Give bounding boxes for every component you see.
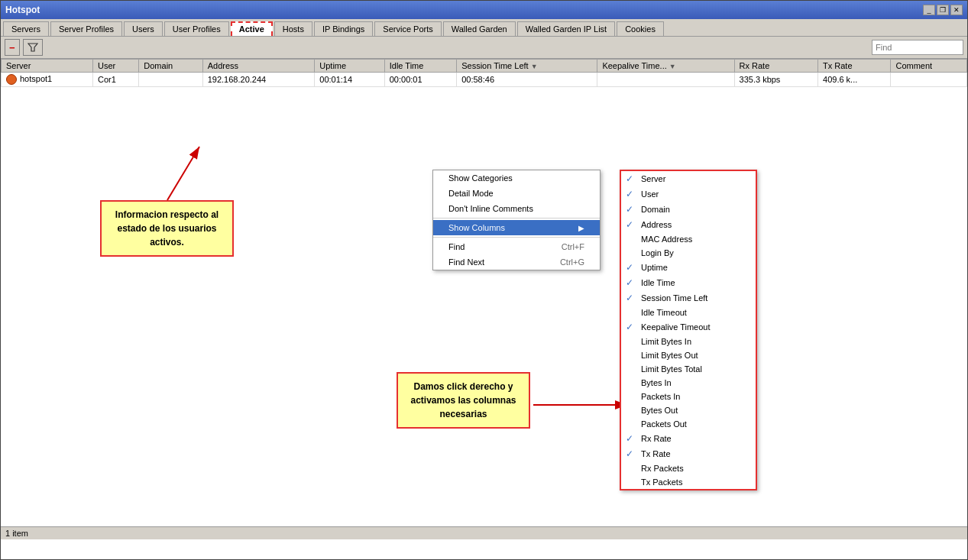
col-label-rx-packets: Rx Packets [641,464,684,473]
col-item-rx-packets[interactable]: Rx Packets [621,461,756,475]
tab-service-ports[interactable]: Service Ports [374,21,441,36]
col-item-bytes-in[interactable]: Bytes In [621,376,756,390]
col-item-packets-out[interactable]: Packets Out [621,417,756,431]
ctx-item-show-categories[interactable]: Show Categories [433,170,600,186]
ctx-shortcut: Ctrl+G [560,257,584,267]
col-header-rx-rate[interactable]: Rx Rate [734,60,817,73]
col-header-tx-rate[interactable]: Tx Rate [818,60,891,73]
data-table: ServerUserDomainAddressUptimeIdle TimeSe… [1,59,967,87]
col-label-user: User [641,189,659,199]
col-label-uptime: Uptime [641,263,668,272]
col-check-idle-time: ✓ [626,277,636,288]
tab-user-profiles[interactable]: User Profiles [164,21,229,36]
remove-button[interactable]: − [5,39,20,56]
annotation-box-2: Damos click derecho y activamos las colu… [397,372,530,429]
col-item-mac-address[interactable]: MAC Address [621,232,756,246]
ctx-label: Find Next [448,257,484,267]
cell-5: 00:00:01 [384,73,456,87]
ctx-item-find-next[interactable]: Find NextCtrl+G [433,254,600,270]
ctx-item-dont-inline[interactable]: Don't Inline Comments [433,201,600,216]
ctx-item-show-columns[interactable]: Show Columns▶ [433,220,600,235]
col-header-user[interactable]: User [92,60,138,73]
filter-button[interactable] [23,39,43,56]
col-item-session-time-left[interactable]: ✓Session Time Left [621,290,756,306]
close-button[interactable]: ✕ [950,5,963,15]
col-label-bytes-in: Bytes In [641,378,672,387]
col-label-packets-in: Packets In [641,392,680,401]
col-item-limit-bytes-total[interactable]: Limit Bytes Total [621,362,756,376]
col-label-domain: Domain [641,205,670,214]
cell-8: 335.3 kbps [734,73,817,87]
col-header-address[interactable]: Address [202,60,315,73]
cell-1: Cor1 [92,73,138,87]
col-item-rx-rate[interactable]: ✓Rx Rate [621,431,756,446]
col-item-login-by[interactable]: Login By [621,246,756,260]
tab-servers[interactable]: Servers [3,21,49,36]
tab-hosts[interactable]: Hosts [274,21,312,36]
ctx-item-find[interactable]: FindCtrl+F [433,239,600,254]
main-area: ServerUserDomainAddressUptimeIdle TimeSe… [1,59,967,539]
col-label-bytes-out: Bytes Out [641,406,678,415]
tab-walled-garden-ip[interactable]: Walled Garden IP List [517,21,615,36]
tab-cookies[interactable]: Cookies [617,21,664,36]
col-label-rx-rate: Rx Rate [641,434,672,443]
col-header-domain[interactable]: Domain [139,60,202,73]
col-item-keepalive-timeout[interactable]: ✓Keepalive Timeout [621,319,756,335]
col-item-tx-packets[interactable]: Tx Packets [621,475,756,489]
tab-ip-bindings[interactable]: IP Bindings [314,21,373,36]
col-item-tx-rate[interactable]: ✓Tx Rate [621,446,756,461]
tab-users[interactable]: Users [124,21,163,36]
ctx-separator [433,218,600,218]
col-header-server[interactable]: Server [2,60,93,73]
item-count: 1 item [5,529,28,538]
col-check-address: ✓ [626,219,636,230]
cell-0: hotspot1 [2,73,93,87]
col-item-server[interactable]: ✓Server [621,171,756,186]
minimize-button[interactable]: _ [923,5,935,15]
arrow1 [167,147,199,200]
col-item-address[interactable]: ✓Address [621,217,756,232]
tab-active[interactable]: Active [231,21,273,36]
search-input[interactable] [872,40,963,55]
col-header-uptime[interactable]: Uptime [315,60,384,73]
col-item-domain[interactable]: ✓Domain [621,202,756,217]
col-item-bytes-out[interactable]: Bytes Out [621,403,756,417]
col-label-tx-rate: Tx Rate [641,449,671,458]
col-label-server: Server [641,174,665,183]
ctx-item-detail-mode[interactable]: Detail Mode [433,186,600,201]
col-item-limit-bytes-in[interactable]: Limit Bytes In [621,335,756,348]
col-item-limit-bytes-out[interactable]: Limit Bytes Out [621,348,756,362]
svg-marker-0 [28,44,37,51]
ctx-shortcut: Ctrl+F [562,242,584,251]
table-row[interactable]: hotspot1Cor1192.168.20.24400:01:1400:00:… [2,73,967,87]
col-check-tx-rate: ✓ [626,448,636,459]
submenu-arrow-icon: ▶ [578,224,584,232]
col-item-user[interactable]: ✓User [621,186,756,202]
col-label-session-time-left: Session Time Left [641,293,707,303]
toolbar: − [1,37,967,59]
context-menu: Show CategoriesDetail ModeDon't Inline C… [432,170,601,270]
col-header-comment[interactable]: Comment [891,60,967,73]
ctx-separator [433,237,600,238]
ctx-label: Don't Inline Comments [448,204,533,213]
col-label-tx-packets: Tx Packets [641,477,682,487]
tab-walled-garden[interactable]: Walled Garden [443,21,516,36]
col-header-keepalive-time...[interactable]: Keepalive Time... ▼ [597,60,734,73]
col-item-uptime[interactable]: ✓Uptime [621,260,756,275]
ctx-label: Show Categories [448,173,513,183]
col-header-session-time-left[interactable]: Session Time Left ▼ [457,60,597,73]
col-label-idle-time: Idle Time [641,278,675,287]
col-label-keepalive-timeout: Keepalive Timeout [641,322,711,332]
restore-button[interactable]: ❐ [937,5,949,15]
filter-icon [28,42,38,53]
col-check-session-time-left: ✓ [626,293,636,303]
col-item-packets-in[interactable]: Packets In [621,390,756,403]
search-area [872,40,963,55]
annotation-box-1: Informacion respecto al estado de los us… [100,200,234,257]
cell-6: 00:58:46 [457,73,597,87]
col-item-idle-timeout[interactable]: Idle Timeout [621,306,756,319]
col-header-idle-time[interactable]: Idle Time [384,60,456,73]
col-item-idle-time[interactable]: ✓Idle Time [621,275,756,290]
tab-server-profiles[interactable]: Server Profiles [50,21,122,36]
cell-9: 409.6 k... [818,73,891,87]
